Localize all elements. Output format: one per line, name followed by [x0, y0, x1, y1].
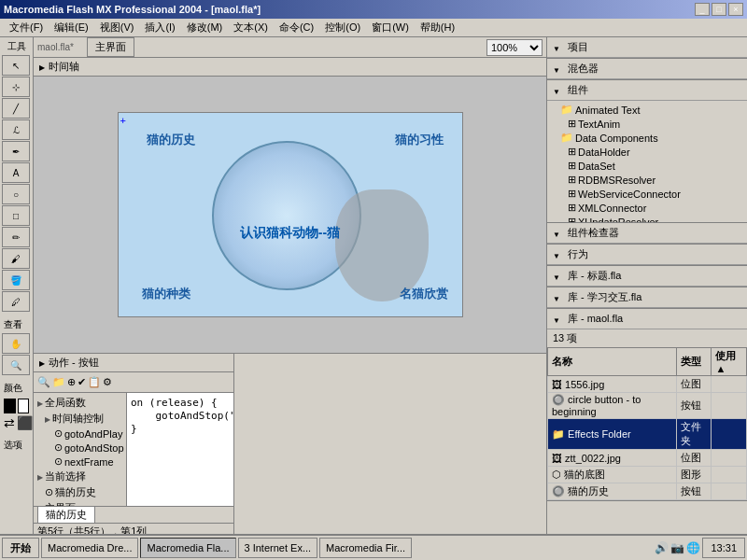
code-tab-cat-history[interactable]: 猫的历史: [37, 506, 95, 523]
actions-search-icon[interactable]: 🔍: [37, 376, 50, 388]
taskbar-item-3[interactable]: Macromedia Fir...: [319, 538, 412, 558]
default-colors-icon[interactable]: ⬛: [17, 415, 33, 430]
lib1-header[interactable]: 库 - 标题.fla: [547, 266, 747, 287]
tree-current-label: 当前选择: [45, 469, 86, 483]
menu-control[interactable]: 控制(O): [319, 19, 366, 36]
comp-dataholder[interactable]: ⊞ DataHolder: [549, 145, 745, 159]
menu-insert[interactable]: 插入(I): [139, 19, 180, 36]
menu-help[interactable]: 帮助(H): [415, 19, 460, 36]
comp-xml[interactable]: ⊞ XMLConnector: [549, 201, 745, 215]
lib-col-use[interactable]: 使用▲: [712, 348, 747, 376]
components-label: 组件: [568, 83, 588, 97]
tool-text[interactable]: A: [2, 162, 30, 183]
swap-colors-icon[interactable]: ⇄: [4, 415, 15, 430]
comp-textanim[interactable]: ⊞ TextAnim: [549, 117, 745, 131]
actions-copy-icon[interactable]: 📋: [88, 376, 101, 388]
tree-item-gotoandplay[interactable]: ⊙ gotoAndPlay: [35, 427, 124, 441]
tree-timeline-arrow: [45, 414, 50, 424]
actions-add-icon[interactable]: ⊕: [67, 376, 76, 388]
timeline-label: 时间轴: [49, 60, 79, 74]
comp-rdbms[interactable]: ⊞ RDBMSResolver: [549, 173, 745, 187]
tree-item-gotoandstop[interactable]: ⊙ gotoAndStop: [35, 441, 124, 455]
tool-rect[interactable]: □: [2, 205, 30, 226]
lib-row-name: 🖼 1556.jpg: [548, 376, 677, 393]
comp-label-8: XUpdateResolver: [578, 217, 658, 223]
actions-check-icon[interactable]: ✔: [78, 376, 86, 388]
library-row[interactable]: ⬡ 猫的底图图形: [548, 467, 747, 483]
library-row[interactable]: 🔘 猫的历史按钮: [548, 483, 747, 500]
taskbar-item-0[interactable]: Macromedia Dre...: [41, 538, 138, 558]
comp-icon-2: ⊞: [568, 160, 576, 172]
tool-hand[interactable]: ✋: [2, 333, 30, 354]
comp-animated-text[interactable]: 📁 Animated Text: [549, 103, 745, 117]
taskbar-item-2[interactable]: 3 Internet Ex...: [238, 538, 318, 558]
tool-ink[interactable]: 🖊: [2, 291, 30, 312]
menu-command[interactable]: 命令(C): [274, 19, 319, 36]
actions-collapse-icon[interactable]: [39, 358, 45, 368]
stage-tab-main[interactable]: 主界面: [87, 37, 134, 57]
library-table: 名称 类型 使用▲ 🖼 1556.jpg位图🔘 circle button - …: [547, 347, 747, 500]
actions-code[interactable]: on (release) { gotoAndStop("猫的历史",1); }: [127, 393, 233, 506]
tree-item-nextframe[interactable]: ⊙ nextFrame: [35, 455, 124, 469]
comp-dataset[interactable]: ⊞ DataSet: [549, 159, 745, 173]
project-header[interactable]: 项目: [547, 37, 747, 58]
lib3-header[interactable]: 库 - maol.fla: [547, 309, 747, 329]
comp-label-3: DataHolder: [578, 147, 630, 158]
components-header[interactable]: 组件: [547, 80, 747, 101]
comp-label-0: Animated Text: [575, 105, 641, 116]
lib-col-type[interactable]: 类型: [676, 348, 712, 376]
fill-color[interactable]: [18, 399, 30, 413]
lib2-header[interactable]: 库 - 学习交互.fla: [547, 287, 747, 308]
tool-brush[interactable]: 🖌: [2, 248, 30, 269]
tool-line[interactable]: ╱: [2, 98, 30, 119]
tree-current-selection[interactable]: 当前选择: [35, 469, 124, 484]
comp-data-components[interactable]: 📁 Data Components: [549, 131, 745, 145]
tool-pencil[interactable]: ✏: [2, 227, 30, 247]
menu-text[interactable]: 文本(X): [228, 19, 274, 36]
menu-edit[interactable]: 编辑(E): [49, 19, 94, 36]
comp-webservice[interactable]: ⊞ WebServiceConnector: [549, 187, 745, 201]
maximize-button[interactable]: □: [712, 3, 726, 16]
tool-subselect[interactable]: ⊹: [2, 77, 30, 97]
stroke-color[interactable]: [4, 399, 16, 413]
library-row[interactable]: 📁 Effects Folder文件夹: [548, 419, 747, 450]
lib-row-use: [712, 483, 747, 500]
window-title: Macromedia Flash MX Professional 2004 - …: [4, 4, 261, 15]
tool-zoom[interactable]: 🔍: [2, 355, 30, 375]
tree-timeline-control[interactable]: 时间轴控制: [35, 411, 124, 427]
library-row[interactable]: 🖼 ztt_0022.jpg位图: [548, 450, 747, 467]
tray-icon-network: 🌐: [686, 541, 700, 554]
menu-modify[interactable]: 修改(M): [181, 19, 229, 36]
actions-title: 动作 - 按钮: [34, 354, 233, 372]
lib-col-name[interactable]: 名称: [548, 348, 677, 376]
tree-global-functions[interactable]: 全局函数: [35, 395, 124, 411]
library-row[interactable]: 🖼 1556.jpg位图: [548, 376, 747, 393]
library-row[interactable]: 🔘 circle button - to beginning按钮: [548, 393, 747, 419]
tool-fill[interactable]: 🪣: [2, 270, 30, 290]
crosshair-icon: +: [120, 115, 126, 126]
tool-oval[interactable]: ○: [2, 184, 30, 204]
actions-settings-icon[interactable]: ⚙: [103, 376, 112, 388]
lib-row-name: 📁 Effects Folder: [548, 419, 677, 450]
behavior-header[interactable]: 行为: [547, 245, 747, 265]
menu-view[interactable]: 视图(V): [94, 19, 140, 36]
code-tabs: 猫的历史: [34, 506, 233, 523]
tree-current-item-0: 猫的历史: [55, 485, 96, 499]
menu-file[interactable]: 文件(F): [4, 19, 49, 36]
mixer-header[interactable]: 混色器: [547, 59, 747, 79]
close-button[interactable]: ×: [728, 3, 743, 16]
component-inspector-header[interactable]: 组件检查器: [547, 223, 747, 244]
minimize-button[interactable]: _: [695, 3, 710, 16]
actions-folder-icon[interactable]: 📁: [52, 376, 65, 388]
taskbar-item-1[interactable]: Macromedia Fla...: [140, 538, 235, 558]
start-button[interactable]: 开始: [2, 538, 39, 558]
tree-current-cat-history[interactable]: ⊙ 猫的历史: [35, 484, 124, 500]
lib-row-type: 按钮: [676, 483, 712, 500]
comp-xupdate[interactable]: ⊞ XUpdateResolver: [549, 215, 745, 222]
tool-pen[interactable]: ✒: [2, 141, 30, 161]
zoom-select[interactable]: 100% 50% 200%: [486, 39, 543, 56]
menu-window[interactable]: 窗口(W): [366, 19, 415, 36]
tool-lasso[interactable]: ℒ: [2, 119, 30, 140]
timeline-collapse-icon[interactable]: [39, 63, 45, 72]
tool-arrow[interactable]: ↖: [2, 55, 30, 76]
